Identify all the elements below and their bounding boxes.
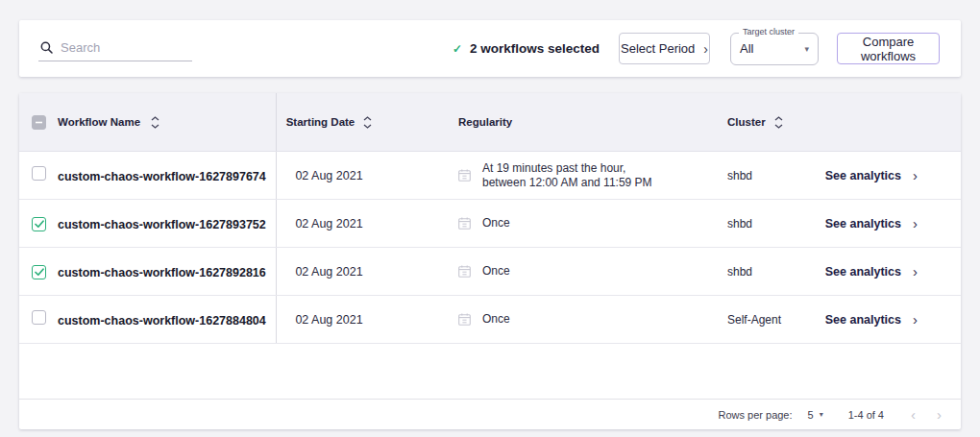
- row-checkbox-cell: [19, 263, 58, 280]
- regularity-line1: Once: [482, 312, 510, 327]
- row-regularity-cell: Once: [381, 216, 682, 231]
- regularity-text: Once: [482, 216, 510, 231]
- row-date-cell: 02 Aug 2021: [276, 152, 381, 199]
- sort-down-icon: [363, 124, 372, 129]
- header-cluster-cell: Cluster: [682, 116, 817, 129]
- row-regularity-cell: Once: [381, 312, 682, 327]
- calendar-icon: [458, 265, 471, 278]
- cluster-name: Self-Agent: [727, 313, 781, 327]
- select-all-checkbox[interactable]: [32, 115, 46, 130]
- table-header-row: Workflow Name Starting Date Regularity C…: [19, 93, 961, 152]
- sort-down-icon: [774, 124, 783, 129]
- row-action-cell: See analytics ›: [817, 264, 961, 279]
- column-header-cluster: Cluster: [727, 116, 766, 128]
- chevron-right-icon[interactable]: ›: [913, 264, 918, 279]
- header-workflow-name-cell: Workflow Name: [58, 116, 276, 129]
- sort-workflow-name-control[interactable]: [151, 116, 159, 129]
- header-checkbox-cell: [19, 115, 58, 130]
- starting-date: 02 Aug 2021: [295, 217, 362, 231]
- row-action-cell: See analytics ›: [817, 216, 961, 231]
- table-row: custom-chaos-workflow-1627897674 02 Aug …: [19, 152, 961, 200]
- calendar-icon: [458, 169, 471, 182]
- table-row: custom-chaos-workflow-1627884804 02 Aug …: [19, 296, 961, 344]
- toolbar-card: ✓ 2 workflows selected Select Period › T…: [19, 20, 961, 77]
- sort-starting-date-control[interactable]: [363, 116, 372, 129]
- regularity-line1: Once: [482, 216, 510, 231]
- chevron-down-icon: ▾: [804, 44, 809, 54]
- rows-per-page-label: Rows per page:: [719, 409, 793, 421]
- row-checkbox-cell: [19, 215, 58, 232]
- search-input[interactable]: [61, 40, 190, 55]
- sort-cluster-control[interactable]: [774, 116, 783, 129]
- row-regularity-cell: Once: [381, 264, 682, 279]
- target-cluster-value: All: [740, 41, 753, 56]
- search-field[interactable]: [38, 36, 192, 61]
- row-name-cell: custom-chaos-workflow-1627892816: [58, 263, 276, 280]
- sort-up-icon: [774, 116, 783, 121]
- chevron-right-icon: ›: [703, 42, 708, 56]
- row-checkbox[interactable]: [32, 310, 46, 325]
- row-checkbox[interactable]: [32, 217, 46, 231]
- chevron-down-icon: ▾: [820, 410, 823, 419]
- next-page-button[interactable]: ›: [937, 406, 942, 423]
- see-analytics-button[interactable]: See analytics: [825, 313, 901, 327]
- sort-up-icon: [151, 116, 159, 121]
- starting-date: 02 Aug 2021: [295, 265, 362, 279]
- search-icon: [40, 41, 53, 54]
- regularity-line2: between 12:00 AM and 11:59 PM: [482, 176, 652, 190]
- checkmark-icon: [35, 268, 44, 277]
- target-cluster-select[interactable]: Target cluster All ▾: [730, 33, 819, 65]
- see-analytics-button[interactable]: See analytics: [825, 169, 901, 182]
- row-name-cell: custom-chaos-workflow-1627893752: [58, 215, 276, 232]
- toolbar-actions: ✓ 2 workflows selected Select Period › T…: [453, 33, 940, 65]
- row-checkbox-cell: [19, 310, 58, 328]
- chevron-right-icon[interactable]: ›: [913, 312, 918, 327]
- starting-date: 02 Aug 2021: [295, 169, 362, 182]
- see-analytics-button[interactable]: See analytics: [825, 217, 901, 231]
- workflow-name: custom-chaos-workflow-1627892816: [58, 266, 266, 279]
- row-checkbox[interactable]: [32, 166, 46, 181]
- row-date-cell: 02 Aug 2021: [276, 200, 381, 247]
- previous-page-button[interactable]: ‹: [911, 406, 916, 423]
- row-action-cell: See analytics ›: [817, 168, 961, 182]
- row-cluster-cell: Self-Agent: [682, 313, 817, 327]
- checkmark-icon: [35, 220, 44, 229]
- column-header-workflow-name: Workflow Name: [58, 116, 140, 128]
- regularity-text: At 19 minutes past the hour, between 12:…: [482, 161, 652, 189]
- rows-per-page-value: 5: [808, 409, 814, 421]
- cluster-name: shbd: [727, 265, 752, 279]
- row-checkbox-cell: [19, 166, 58, 184]
- regularity-line1: At 19 minutes past the hour,: [482, 161, 652, 176]
- row-action-cell: See analytics ›: [817, 312, 961, 327]
- workflows-table-card: Workflow Name Starting Date Regularity C…: [19, 93, 961, 429]
- workflows-selected-status: ✓ 2 workflows selected: [453, 41, 600, 56]
- chevron-right-icon[interactable]: ›: [913, 168, 918, 182]
- row-checkbox[interactable]: [32, 265, 46, 279]
- header-regularity-cell: Regularity: [381, 116, 682, 128]
- row-name-cell: custom-chaos-workflow-1627884804: [58, 311, 276, 328]
- starting-date: 02 Aug 2021: [295, 313, 362, 327]
- workflows-selected-label: 2 workflows selected: [470, 41, 600, 56]
- row-name-cell: custom-chaos-workflow-1627897674: [58, 167, 276, 184]
- workflow-name: custom-chaos-workflow-1627893752: [58, 218, 266, 231]
- green-check-icon: ✓: [453, 42, 462, 56]
- select-period-button[interactable]: Select Period ›: [619, 33, 710, 64]
- calendar-icon: [458, 313, 471, 326]
- row-date-cell: 02 Aug 2021: [276, 296, 381, 343]
- table-row: custom-chaos-workflow-1627892816 02 Aug …: [19, 248, 961, 296]
- sort-down-icon: [151, 124, 159, 129]
- regularity-text: Once: [482, 312, 510, 327]
- see-analytics-button[interactable]: See analytics: [825, 265, 901, 279]
- sort-up-icon: [363, 116, 372, 121]
- chevron-right-icon[interactable]: ›: [913, 216, 918, 231]
- column-header-starting-date: Starting Date: [286, 116, 355, 128]
- cluster-name: shbd: [727, 217, 752, 231]
- row-cluster-cell: shbd: [682, 265, 817, 279]
- rows-per-page-select[interactable]: 5 ▾: [808, 409, 823, 421]
- calendar-icon: [458, 217, 471, 230]
- workflow-name: custom-chaos-workflow-1627884804: [58, 314, 266, 328]
- target-cluster-label: Target cluster: [739, 27, 798, 37]
- compare-workflows-button[interactable]: Compare workflows: [837, 33, 940, 64]
- table-body: custom-chaos-workflow-1627897674 02 Aug …: [19, 152, 961, 344]
- pagination-range: 1-4 of 4: [848, 409, 884, 421]
